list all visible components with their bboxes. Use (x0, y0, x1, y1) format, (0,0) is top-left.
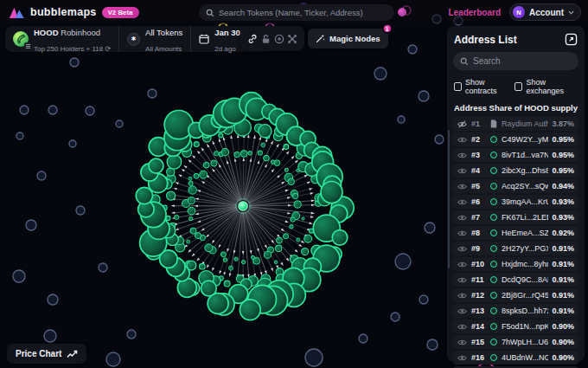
rank-label: #10 (471, 260, 486, 268)
address-search-input[interactable]: Search (453, 52, 578, 70)
rank-label: #9 (471, 244, 486, 253)
address-label[interactable]: 4UBdnW...NGN2 (502, 353, 548, 362)
rank-label: #4 (471, 166, 486, 175)
rank-label: #6 (471, 197, 486, 206)
table-row[interactable]: #5Acq2SY...sQws0.94% (453, 179, 578, 193)
share-value: 0.92% (552, 229, 574, 237)
eye-icon[interactable] (457, 245, 468, 253)
table-row[interactable]: #42ibcXg...Dhs80.95% (453, 164, 578, 178)
eye-icon[interactable] (457, 292, 468, 300)
table-row[interactable]: #639mqAA...KrUc0.93% (453, 195, 578, 209)
share-value: 0.93% (552, 213, 574, 222)
table-row[interactable]: #8HeEmeA...SZiN0.92% (453, 226, 578, 240)
bubble-icon (489, 229, 498, 236)
rank-label: #16 (471, 353, 486, 362)
address-label[interactable]: 2Bj8Gr...rQ45 (502, 291, 548, 300)
eye-icon[interactable] (457, 183, 468, 190)
share-value: 0.91% (552, 275, 574, 284)
eye-icon[interactable] (457, 354, 468, 362)
address-label[interactable]: Raydium Authority V4 (502, 119, 548, 128)
share-value: 3.87% (552, 119, 574, 128)
address-label[interactable]: DcdQ9C...8AEh (502, 275, 548, 284)
bubble-icon (489, 292, 498, 299)
rank-label: #12 (471, 291, 486, 300)
magic-wand-icon (316, 34, 325, 43)
eye-icon[interactable] (457, 136, 468, 144)
scrollbar[interactable] (448, 130, 450, 268)
token-search-input[interactable]: Search Tokens (Name, Ticker, Address) (199, 4, 394, 21)
eye-off-icon[interactable] (457, 120, 468, 128)
rank-label: #14 (471, 322, 486, 331)
share-value: 0.95% (552, 135, 574, 144)
show-exchanges-checkbox[interactable]: Show exchanges (514, 78, 578, 95)
table-row[interactable]: #38ivT1d...va7N0.95% (453, 148, 578, 162)
cluster-icon[interactable] (287, 34, 297, 44)
address-label[interactable]: 2ibcXg...Dhs8 (502, 166, 548, 175)
rank-label: #8 (471, 229, 486, 237)
rank-label: #2 (471, 135, 486, 144)
contrast-icon[interactable] (274, 34, 284, 44)
eye-icon[interactable] (457, 276, 468, 284)
table-row[interactable]: #157hWpLH...U6iT0.90% (453, 335, 578, 349)
expand-icon[interactable] (565, 33, 578, 46)
address-rows: #1Raydium Authority V43.87%#2C49W2Y...yM… (453, 117, 578, 368)
chain-badge-icon (24, 42, 31, 49)
table-row[interactable]: #2C49W2Y...yM4g0.95% (453, 132, 578, 146)
address-label[interactable]: C49W2Y...yM4g (502, 135, 548, 144)
address-label[interactable]: 8spksD...hh72 (502, 307, 548, 315)
magic-nodes-button[interactable]: Magic Nodes 1 (308, 29, 388, 48)
table-row[interactable]: #7FK67Li...2LED0.93% (453, 210, 578, 224)
eye-icon[interactable] (457, 339, 468, 346)
table-row[interactable]: #164UBdnW...NGN20.90% (453, 351, 578, 365)
share-value: 0.93% (552, 197, 574, 206)
address-label[interactable]: Hxjdmc...8yhm (502, 260, 548, 268)
refresh-icon[interactable]: ⟳ (105, 45, 111, 53)
address-label[interactable]: 2H27yY...PGXR (502, 244, 548, 253)
eye-icon[interactable] (457, 307, 468, 315)
eye-icon[interactable] (457, 198, 468, 206)
address-label[interactable]: Acq2SY...sQws (502, 182, 548, 190)
eye-icon[interactable] (457, 152, 468, 159)
panel-title: Address List (454, 34, 517, 46)
share-value: 0.95% (552, 166, 574, 175)
eye-icon[interactable] (457, 229, 468, 237)
col-share: Share of HOOD supply (489, 103, 578, 113)
table-row[interactable]: #122Bj8Gr...rQ450.91% (453, 288, 578, 302)
top-bar: bubblemaps V2 Beta Search Tokens (Name, … (0, 0, 588, 24)
eye-icon[interactable] (457, 214, 468, 222)
lock-icon[interactable] (260, 34, 271, 44)
table-row[interactable]: #92H27yY...PGXR0.91% (453, 242, 578, 255)
table-row[interactable]: #1Raydium Authority V43.87% (453, 117, 578, 131)
tokens-filter[interactable]: ✱ All Tokens All Amounts (119, 26, 190, 52)
address-list-panel: Address List Search Show contracts Show … (447, 26, 585, 362)
table-row[interactable]: #14F5od1N...npKH0.90% (453, 320, 578, 333)
address-label[interactable]: HeEmeA...SZiN (502, 229, 548, 237)
calendar-icon (199, 34, 209, 44)
map-toolbar: HOOD Robinhood Top 250 Holders + 118 ⟳ ✱… (5, 26, 271, 52)
eye-icon[interactable] (457, 167, 468, 175)
table-row[interactable]: #10Hxjdmc...8yhm0.91% (453, 257, 578, 271)
bubble-icon (489, 276, 498, 283)
col-address: Address (454, 103, 487, 113)
table-row[interactable]: #11DcdQ9C...8AEh0.91% (453, 273, 578, 287)
address-label[interactable]: 39mqAA...KrUc (502, 197, 548, 206)
address-label[interactable]: FK67Li...2LED (502, 213, 548, 222)
avatar: N (513, 6, 525, 18)
token-selector[interactable]: HOOD Robinhood Top 250 Holders + 118 ⟳ (5, 26, 118, 52)
contract-icon (489, 119, 498, 128)
logo[interactable]: bubblemaps V2 Beta (9, 5, 139, 19)
share-value: 0.91% (552, 244, 574, 253)
leaderboard-link[interactable]: Leaderboard (448, 8, 501, 17)
table-row[interactable]: #138spksD...hh720.91% (453, 304, 578, 318)
link-icon[interactable] (247, 34, 258, 44)
address-label[interactable]: F5od1N...npKH (502, 322, 548, 331)
account-button[interactable]: N Account (509, 3, 581, 21)
address-label[interactable]: 7hWpLH...U6iT (502, 338, 548, 346)
eye-icon[interactable] (457, 323, 468, 331)
show-contracts-checkbox[interactable]: Show contracts (454, 78, 511, 95)
address-label[interactable]: 8ivT1d...va7N (502, 151, 548, 159)
price-chart-button[interactable]: Price Chart (7, 344, 86, 364)
bubble-icon (489, 167, 498, 174)
bubble-icon (489, 261, 498, 268)
eye-icon[interactable] (457, 261, 468, 268)
